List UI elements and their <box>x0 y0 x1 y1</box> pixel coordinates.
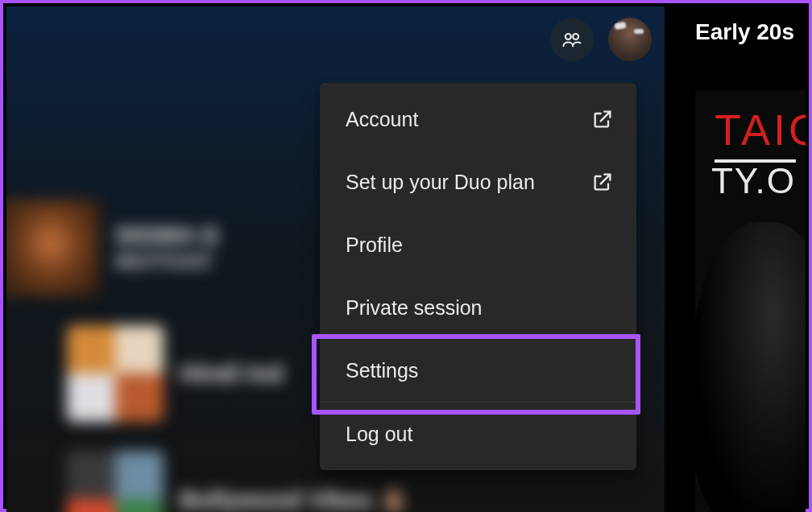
main-view: SIGMA G MOTIVAT Hindi Ind Bollywood Vibe… <box>6 6 671 512</box>
menu-item-label: Account <box>346 108 418 131</box>
friend-activity-button[interactable] <box>550 18 594 61</box>
panel-title: Early 20s <box>665 6 806 45</box>
playlist-art <box>6 200 99 296</box>
svg-point-1 <box>573 34 578 39</box>
menu-item-logout[interactable]: Log out <box>320 403 636 465</box>
header-icons <box>550 18 652 61</box>
external-link-icon <box>591 108 614 130</box>
profile-avatar-button[interactable] <box>608 18 652 61</box>
album-artist: TAIO CR <box>695 90 806 155</box>
app-frame: SIGMA G MOTIVAT Hindi Ind Bollywood Vibe… <box>0 0 812 512</box>
playlist-title: Hindi Ind <box>180 360 283 387</box>
menu-item-private-session[interactable]: Private session <box>320 276 636 339</box>
album-title: TY.O <box>695 161 806 201</box>
menu-item-label: Set up your Duo plan <box>346 171 535 194</box>
playlist-title: Bollywood Vibes ✋🏽 <box>180 485 409 513</box>
playlist-card[interactable]: SIGMA G MOTIVAT <box>6 200 325 296</box>
menu-item-settings[interactable]: Settings <box>320 339 636 402</box>
menu-item-duo-plan[interactable]: Set up your Duo plan <box>320 151 636 213</box>
menu-item-account[interactable]: Account <box>320 88 636 151</box>
playlist-subtitle: MOTIVAT <box>115 249 219 275</box>
album-figure <box>695 222 806 512</box>
profile-dropdown-menu: Account Set up your Duo plan Profile Pri… <box>320 83 636 470</box>
external-link-icon <box>591 171 614 193</box>
menu-item-label: Settings <box>346 359 418 382</box>
playlist-art <box>67 325 164 422</box>
svg-point-0 <box>566 34 571 39</box>
menu-item-profile[interactable]: Profile <box>320 213 636 276</box>
now-playing-panel: Early 20s TAIO CR TY.O <box>665 6 806 512</box>
menu-item-label: Log out <box>346 423 412 446</box>
menu-item-label: Private session <box>346 296 483 320</box>
friends-icon <box>561 28 583 51</box>
playlist-art <box>67 451 164 512</box>
menu-item-label: Profile <box>346 233 403 257</box>
playlist-title: SIGMA G <box>115 221 219 249</box>
album-cover[interactable]: TAIO CR TY.O <box>695 90 806 512</box>
